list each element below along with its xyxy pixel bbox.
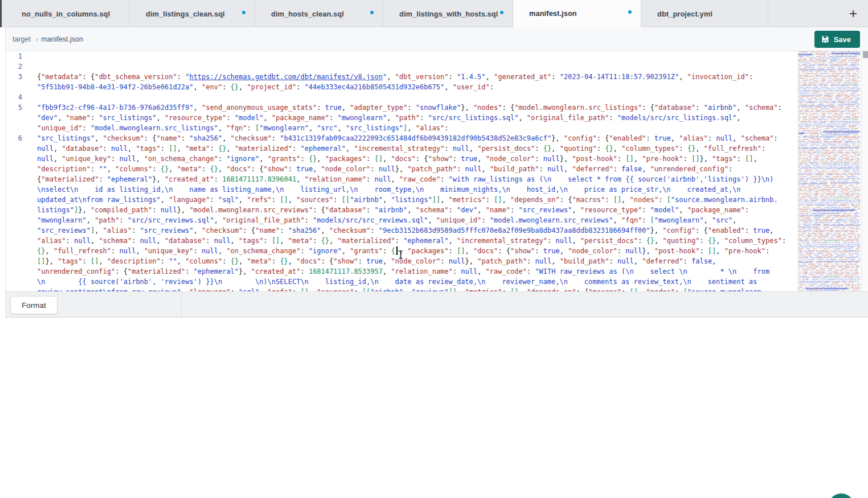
unsaved-changes-dot xyxy=(500,11,503,14)
save-button-label: Save xyxy=(834,35,851,44)
code-row xyxy=(37,61,796,72)
line-number xyxy=(6,236,30,246)
unsaved-changes-dot xyxy=(628,10,632,14)
line-number: 2 xyxy=(6,61,30,72)
code-row: "src_reviews"], "alias": "src_reviews", … xyxy=(37,225,796,236)
line-number: 5 xyxy=(6,102,30,113)
code-row: listings"]}, "compiled_path": null}, "mo… xyxy=(37,205,796,215)
code-area[interactable]: {"metadata": {"dbt_schema_version": "htt… xyxy=(37,51,796,291)
plus-icon: + xyxy=(849,6,857,22)
line-number: 4 xyxy=(6,92,30,102)
code-row: "dev", "name": "src_listings", "resource… xyxy=(37,113,796,123)
tab-bar: no_nulls_in_columns.sqldim_listings_clea… xyxy=(0,0,868,27)
editor-footer-strip: Format xyxy=(0,291,868,318)
code-editor: 123456 {"metadata": {"dbt_schema_version… xyxy=(0,51,868,291)
line-number xyxy=(6,266,30,277)
line-number xyxy=(6,113,30,123)
code-row: \nselect\n id as listing_id,\n name as l… xyxy=(37,184,796,195)
save-button[interactable]: Save xyxy=(814,31,860,48)
tab-dim_listings_clean.sql[interactable]: dim_listings_clean.sql xyxy=(130,0,255,27)
line-number xyxy=(6,164,30,174)
code-row: []}, "tags": [], "description": "", "col… xyxy=(37,256,796,266)
minimap-content: {"metadata": {"dbt_schema_version": "htt… xyxy=(798,51,861,291)
line-number xyxy=(6,246,30,256)
code-row xyxy=(37,51,796,61)
breadcrumb-folder: target xyxy=(13,35,31,43)
code-row: "unique_id": "model.mwonglearn.src_listi… xyxy=(37,123,796,133)
unsaved-changes-dot xyxy=(370,11,374,14)
text-caret xyxy=(396,246,398,255)
code-row: "description": "", "columns": {}, "meta"… xyxy=(37,164,796,174)
code-row: "fbb9f3c2-cf96-4a17-b736-976a62d35ff9", … xyxy=(37,102,796,113)
code-row: "src_listings", "checksum": {"name": "sh… xyxy=(37,133,796,143)
results-panel xyxy=(0,318,868,498)
line-number xyxy=(6,195,30,205)
code-row: "5f51bb91-94b8-4e31-94f2-26b5e061d22a", … xyxy=(37,82,796,92)
tab-label: no_nulls_in_columns.sql xyxy=(22,10,110,18)
line-number xyxy=(6,174,30,184)
tab-label: dim_hosts_clean.sql xyxy=(271,10,344,18)
line-number xyxy=(6,82,30,92)
line-number: 6 xyxy=(6,133,30,143)
scrollbar-thumb[interactable] xyxy=(863,51,868,58)
code-row xyxy=(37,92,796,102)
breadcrumb: target › manifest.json xyxy=(13,35,83,43)
line-number xyxy=(6,277,30,287)
code-row: "alias": null, "schema": null, "database… xyxy=(37,236,796,246)
line-number xyxy=(6,184,30,195)
unsaved-changes-dot xyxy=(242,11,245,14)
collapsed-sidebar-rail[interactable] xyxy=(0,27,6,318)
code-row: null, "unique_key": null, "on_schema_cha… xyxy=(37,154,796,164)
code-row: \n {{ source('airbnb', 'reviews') }}\n \… xyxy=(37,277,796,287)
code-row: "mwonglearn", "path": "src/src_reviews.s… xyxy=(37,215,796,225)
tab-manifest.json[interactable]: manifest.json xyxy=(513,0,641,27)
window-edge xyxy=(0,0,2,27)
minimap[interactable]: {"metadata": {"dbt_schema_version": "htt… xyxy=(797,51,861,291)
tab-dim_listings_with_hosts.sql[interactable]: dim_listings_with_hosts.sql xyxy=(383,0,513,27)
save-floppy-icon xyxy=(821,35,829,43)
line-number xyxy=(6,154,30,164)
line-number xyxy=(6,205,30,215)
line-number xyxy=(6,225,30,236)
tab-dim_hosts_clean.sql[interactable]: dim_hosts_clean.sql xyxy=(255,0,383,27)
breadcrumb-bar: target › manifest.json Save xyxy=(0,27,868,51)
tab-label: dbt_project.yml xyxy=(657,10,713,18)
chevron-right-icon: › xyxy=(36,35,38,43)
code-row: null, "database": null, "tags": [], "met… xyxy=(37,143,796,154)
code-row: {"materialized": "ephemeral"}, "created_… xyxy=(37,174,796,184)
line-number xyxy=(6,215,30,225)
tab-dbt_project.yml[interactable]: dbt_project.yml xyxy=(641,0,768,27)
line-number xyxy=(6,256,30,266)
code-row: review_sentiment\nfrom raw_reviews", "la… xyxy=(37,287,796,291)
code-row: updated_at\nfrom raw_listings", "languag… xyxy=(37,195,796,205)
pane-divider xyxy=(181,292,182,317)
code-row: "unrendered_config": {"materialized": "e… xyxy=(37,266,796,277)
line-number: 3 xyxy=(6,72,30,82)
code-row: {}, "full_refresh": null, "unique_key": … xyxy=(37,246,796,256)
code-row: {"metadata": {"dbt_schema_version": "htt… xyxy=(37,72,796,82)
tab-label: dim_listings_with_hosts.sql xyxy=(399,10,498,18)
breadcrumb-file: manifest.json xyxy=(41,35,83,43)
tab-label: dim_listings_clean.sql xyxy=(146,10,225,18)
line-number: 1 xyxy=(6,51,30,61)
tab-list: no_nulls_in_columns.sqldim_listings_clea… xyxy=(6,0,768,27)
new-tab-button[interactable]: + xyxy=(843,0,863,27)
scrollbar-track[interactable] xyxy=(861,51,868,291)
mouse-cursor xyxy=(398,250,403,261)
format-button[interactable]: Format xyxy=(10,296,58,314)
tab-no_nulls_in_columns.sql[interactable]: no_nulls_in_columns.sql xyxy=(6,0,130,27)
line-number xyxy=(6,287,30,291)
line-number-gutter: 123456 xyxy=(6,51,30,291)
line-number xyxy=(6,123,30,133)
line-number xyxy=(6,143,30,154)
dbt-ide-window: { "tabs": [ {"label": "no_nulls_in_colum… xyxy=(0,0,868,498)
tab-label: manifest.json xyxy=(529,9,577,18)
